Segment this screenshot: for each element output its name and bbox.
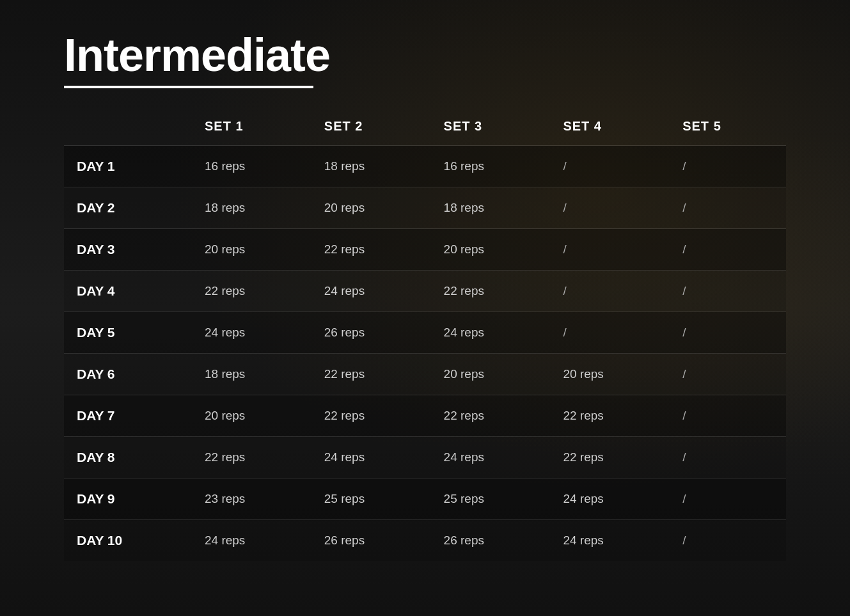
day-label-10: DAY 10 — [64, 520, 192, 562]
row9-set5: / — [670, 478, 786, 520]
day-label-9: DAY 9 — [64, 478, 192, 520]
row8-set3: 24 reps — [431, 437, 551, 478]
row3-set4: / — [550, 229, 670, 271]
row7-set1: 20 reps — [192, 395, 311, 437]
row6-set3: 20 reps — [431, 354, 551, 395]
row7-set3: 22 reps — [431, 395, 551, 437]
row3-set5: / — [670, 229, 786, 271]
row7-set4: 22 reps — [550, 395, 670, 437]
row6-set5: / — [670, 354, 786, 395]
row3-set1: 20 reps — [192, 229, 311, 271]
table-row: DAY 422 reps24 reps22 reps// — [64, 271, 786, 312]
row9-set4: 24 reps — [550, 478, 670, 520]
row2-set5: / — [670, 187, 786, 229]
row6-set1: 18 reps — [192, 354, 311, 395]
row10-set4: 24 reps — [550, 520, 670, 562]
row4-set5: / — [670, 271, 786, 312]
row10-set1: 24 reps — [192, 520, 311, 562]
table-row: DAY 822 reps24 reps24 reps22 reps/ — [64, 437, 786, 478]
row10-set2: 26 reps — [311, 520, 431, 562]
row4-set4: / — [550, 271, 670, 312]
day-label-7: DAY 7 — [64, 395, 192, 437]
row5-set5: / — [670, 312, 786, 354]
row5-set1: 24 reps — [192, 312, 311, 354]
day-label-1: DAY 1 — [64, 146, 192, 187]
row8-set1: 22 reps — [192, 437, 311, 478]
row4-set3: 22 reps — [431, 271, 551, 312]
row9-set2: 25 reps — [311, 478, 431, 520]
table-row: DAY 524 reps26 reps24 reps// — [64, 312, 786, 354]
row3-set3: 20 reps — [431, 229, 551, 271]
row6-set2: 22 reps — [311, 354, 431, 395]
row6-set4: 20 reps — [550, 354, 670, 395]
page-title: Intermediate — [64, 32, 786, 78]
row5-set4: / — [550, 312, 670, 354]
workout-table: SET 1 SET 2 SET 3 SET 4 SET 5 DAY 116 re… — [64, 107, 786, 561]
row5-set3: 24 reps — [431, 312, 551, 354]
row3-set2: 22 reps — [311, 229, 431, 271]
workout-table-container: SET 1 SET 2 SET 3 SET 4 SET 5 DAY 116 re… — [64, 107, 786, 561]
title-underline — [64, 86, 313, 88]
day-label-5: DAY 5 — [64, 312, 192, 354]
row1-set5: / — [670, 146, 786, 187]
table-header-row: SET 1 SET 2 SET 3 SET 4 SET 5 — [64, 107, 786, 146]
row2-set2: 20 reps — [311, 187, 431, 229]
header-set1: SET 1 — [192, 107, 311, 146]
table-row: DAY 320 reps22 reps20 reps// — [64, 229, 786, 271]
table-row: DAY 1024 reps26 reps26 reps24 reps/ — [64, 520, 786, 562]
row2-set3: 18 reps — [431, 187, 551, 229]
row7-set5: / — [670, 395, 786, 437]
row5-set2: 26 reps — [311, 312, 431, 354]
row2-set1: 18 reps — [192, 187, 311, 229]
row1-set3: 16 reps — [431, 146, 551, 187]
table-row: DAY 923 reps25 reps25 reps24 reps/ — [64, 478, 786, 520]
header-set4: SET 4 — [550, 107, 670, 146]
row1-set1: 16 reps — [192, 146, 311, 187]
day-label-4: DAY 4 — [64, 271, 192, 312]
row8-set2: 24 reps — [311, 437, 431, 478]
table-row: DAY 116 reps18 reps16 reps// — [64, 146, 786, 187]
row7-set2: 22 reps — [311, 395, 431, 437]
row10-set5: / — [670, 520, 786, 562]
row9-set3: 25 reps — [431, 478, 551, 520]
row10-set3: 26 reps — [431, 520, 551, 562]
table-row: DAY 218 reps20 reps18 reps// — [64, 187, 786, 229]
day-label-2: DAY 2 — [64, 187, 192, 229]
day-label-6: DAY 6 — [64, 354, 192, 395]
row4-set1: 22 reps — [192, 271, 311, 312]
day-label-3: DAY 3 — [64, 229, 192, 271]
header-set3: SET 3 — [431, 107, 551, 146]
header-day — [64, 107, 192, 146]
row4-set2: 24 reps — [311, 271, 431, 312]
main-content: Intermediate SET 1 SET 2 SET 3 SET 4 SET… — [0, 0, 850, 587]
day-label-8: DAY 8 — [64, 437, 192, 478]
header-set5: SET 5 — [670, 107, 786, 146]
title-section: Intermediate — [64, 32, 786, 88]
header-set2: SET 2 — [311, 107, 431, 146]
row9-set1: 23 reps — [192, 478, 311, 520]
row2-set4: / — [550, 187, 670, 229]
row1-set2: 18 reps — [311, 146, 431, 187]
table-row: DAY 720 reps22 reps22 reps22 reps/ — [64, 395, 786, 437]
row8-set4: 22 reps — [550, 437, 670, 478]
row8-set5: / — [670, 437, 786, 478]
row1-set4: / — [550, 146, 670, 187]
table-row: DAY 618 reps22 reps20 reps20 reps/ — [64, 354, 786, 395]
